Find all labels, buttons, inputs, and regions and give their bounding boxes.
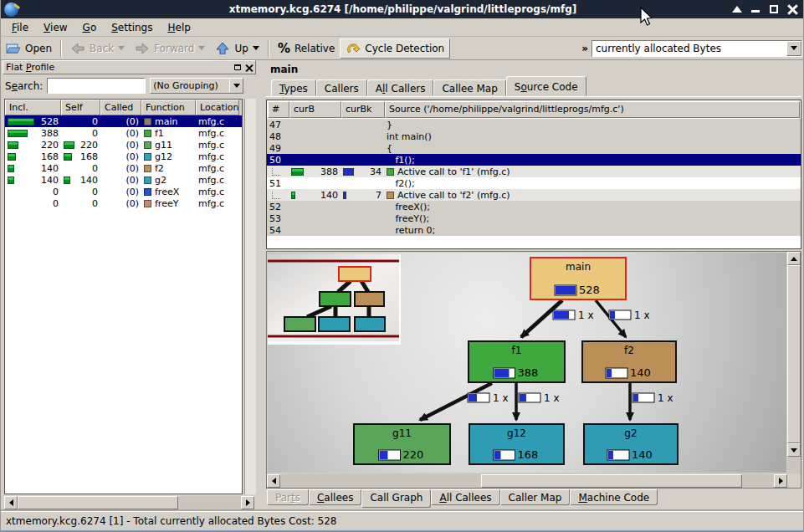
graph-node-f1: f1 388	[469, 341, 565, 382]
tab-call-graph[interactable]: Call Graph	[361, 489, 431, 508]
svg-text:1 x: 1 x	[634, 309, 650, 321]
source-column-header[interactable]: curBk	[341, 101, 385, 118]
up-arrow-icon	[215, 43, 230, 54]
graph-hscrollbar[interactable]	[267, 473, 787, 488]
scrollbar-corner	[787, 473, 801, 488]
menu-help[interactable]: Help	[160, 20, 197, 35]
function-row-f1[interactable]: 388 0 (0) f1 mfg.c	[5, 127, 242, 139]
scroll-thumb[interactable]	[18, 496, 178, 509]
svg-text:528: 528	[579, 284, 600, 296]
tab-parts[interactable]: Parts	[267, 489, 309, 505]
dock-title-bar[interactable]: Flat Profile	[3, 60, 256, 74]
up-dropdown-icon[interactable]	[253, 46, 259, 50]
tab-types[interactable]: Types	[271, 79, 316, 96]
relative-toggle-button[interactable]: % Relative	[273, 38, 340, 59]
scroll-up-icon[interactable]	[787, 252, 801, 265]
menu-view[interactable]: View	[36, 20, 74, 35]
source-line-54[interactable]: 54 return 0;	[267, 224, 801, 236]
event-type-combobox[interactable]: currently allocated Bytes	[591, 40, 802, 57]
graph-vscrollbar[interactable]	[787, 252, 801, 473]
function-row-freeY[interactable]: 0 0 (0) freeY mfg.c	[5, 197, 242, 209]
function-row-g2[interactable]: 140 140 (0) g2 mfg.c	[5, 174, 242, 186]
scroll-down-icon[interactable]	[787, 443, 801, 457]
flat-profile-table: Incl.SelfCalledFunctionLocation 528 0 (0…	[4, 99, 243, 494]
function-row-g11[interactable]: 220 220 (0) g11 mfg.c	[5, 139, 242, 151]
dock-close-icon[interactable]	[245, 64, 253, 71]
menu-file[interactable]: File	[4, 20, 36, 35]
function-row-g12[interactable]: 168 168 (0) g12 mfg.c	[5, 151, 242, 162]
call-graph-panel: 1 x 1 x 1 x 1 x 1 x main 528 f1 388 f2 1…	[266, 251, 801, 489]
tree-branch-icon	[272, 168, 280, 176]
source-column-header[interactable]: #	[268, 101, 289, 118]
function-row-freeX[interactable]: 0 0 (0) freeX mfg.c	[5, 186, 242, 197]
scroll-left-icon[interactable]	[4, 496, 18, 509]
flat-profile-dock: Flat Profile Search: (No Grouping) Incl.…	[3, 60, 256, 511]
function-color-swatch	[144, 188, 151, 196]
column-header-self[interactable]: Self	[61, 100, 100, 115]
combo-dropdown-icon[interactable]	[786, 41, 801, 56]
source-line-53[interactable]: 53 freeY();	[267, 212, 801, 224]
grouping-dropdown-icon[interactable]	[229, 79, 243, 92]
menu-bar: FileViewGoSettingsHelp	[1, 18, 804, 37]
flat-profile-vscrollbar[interactable]	[244, 99, 256, 494]
source-line-48[interactable]: 48 int main()	[267, 130, 801, 142]
toolbar: Open Back Forward Up % Relativ	[1, 37, 804, 60]
graph-node-g2: g2 140	[584, 424, 678, 464]
back-button[interactable]: Back	[65, 38, 130, 59]
maximize-button[interactable]	[768, 3, 780, 15]
toolbar-separator	[60, 40, 62, 57]
column-header-incl[interactable]: Incl.	[5, 100, 61, 115]
grouping-combobox[interactable]: (No Grouping)	[150, 78, 243, 94]
flat-profile-hscrollbar[interactable]	[4, 496, 254, 509]
toolbar-overflow-chevron[interactable]: »	[581, 43, 588, 54]
source-column-header[interactable]: Source ('/home/philippe/valgrind/littlep…	[385, 101, 800, 118]
graph-node-main: main 528	[530, 258, 626, 299]
up-button[interactable]: Up	[210, 38, 264, 59]
source-line-49[interactable]: 49 {	[267, 142, 801, 154]
source-call-row[interactable]: 140 7 Active call to 'f2' (mfg.c)	[267, 189, 801, 201]
call-graph-view[interactable]: 1 x 1 x 1 x 1 x 1 x main 528 f1 388 f2 1…	[268, 253, 786, 473]
function-row-main[interactable]: 528 0 (0) main mfg.c	[5, 115, 242, 127]
forward-button[interactable]: Forward	[130, 38, 210, 59]
minimize-button[interactable]	[750, 3, 761, 15]
source-column-header[interactable]: curB	[289, 101, 341, 118]
column-header-location[interactable]: Location	[196, 100, 239, 115]
percent-icon: %	[278, 41, 290, 56]
mouse-cursor	[639, 7, 654, 27]
column-header-function[interactable]: Function	[141, 100, 196, 115]
dock-title: Flat Profile	[6, 62, 54, 73]
scroll-thumb[interactable]	[481, 474, 742, 488]
dock-float-icon[interactable]	[234, 64, 241, 70]
back-dropdown-icon[interactable]	[118, 46, 125, 50]
column-header-called[interactable]: Called	[100, 100, 141, 115]
tab-callers[interactable]: Callers	[316, 79, 367, 96]
tab-callees[interactable]: Callees	[309, 489, 361, 505]
tab-source-code[interactable]: Source Code	[506, 76, 586, 96]
tab-all-callers[interactable]: All Callers	[367, 79, 434, 96]
shade-button[interactable]	[731, 3, 743, 15]
cycle-detection-button[interactable]: Cycle Detection	[340, 38, 450, 59]
close-button[interactable]	[786, 3, 798, 15]
source-line-50[interactable]: 50 f1();	[267, 154, 801, 166]
scroll-thumb[interactable]	[787, 265, 801, 443]
tab-machine-code[interactable]: Machine Code	[570, 489, 658, 505]
bottom-tab-bar: PartsCalleesCall GraphAll CalleesCaller …	[267, 489, 658, 509]
function-row-f2[interactable]: 140 0 (0) f2 mfg.c	[5, 162, 242, 174]
source-call-row[interactable]: 388 34 Active call to 'f1' (mfg.c)	[267, 166, 801, 177]
source-line-47[interactable]: 47 }	[267, 119, 801, 130]
graph-overview-minimap[interactable]	[268, 254, 401, 345]
source-line-51[interactable]: 51 f2();	[267, 177, 801, 189]
menu-go[interactable]: Go	[75, 20, 105, 35]
tab-callee-map[interactable]: Callee Map	[433, 79, 505, 96]
scroll-right-icon[interactable]	[241, 496, 254, 509]
forward-dropdown-icon[interactable]	[198, 46, 205, 50]
source-line-52[interactable]: 52 freeX();	[267, 201, 801, 212]
menu-settings[interactable]: Settings	[104, 20, 160, 35]
tab-caller-map[interactable]: Caller Map	[500, 489, 571, 505]
open-button[interactable]: Open	[1, 38, 57, 59]
tab-all-callees[interactable]: All Callees	[431, 489, 499, 505]
scroll-left-icon[interactable]	[267, 474, 280, 488]
search-label: Search:	[5, 80, 43, 92]
scroll-right-icon[interactable]	[774, 474, 787, 488]
search-input[interactable]	[47, 78, 146, 94]
